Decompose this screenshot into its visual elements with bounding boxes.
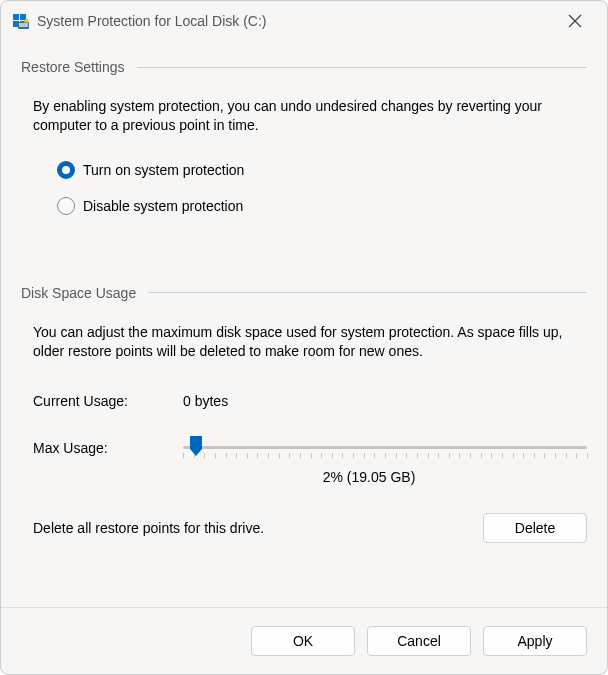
dialog-footer: OK Cancel Apply [1,607,607,674]
radio-unselected-icon [57,197,75,215]
restore-description: By enabling system protection, you can u… [21,97,587,135]
delete-row: Delete all restore points for this drive… [21,513,587,543]
current-usage-value: 0 bytes [183,393,228,409]
ok-button[interactable]: OK [251,626,355,656]
restore-section-header: Restore Settings [21,59,587,75]
divider [148,292,587,293]
restore-section-title: Restore Settings [21,59,125,75]
radio-turn-on[interactable]: Turn on system protection [57,161,587,179]
disk-section-title: Disk Space Usage [21,285,136,301]
delete-button[interactable]: Delete [483,513,587,543]
max-usage-slider[interactable] [183,433,587,463]
content-area: Restore Settings By enabling system prot… [1,41,607,607]
slider-track [183,446,587,449]
current-usage-label: Current Usage: [33,393,183,409]
max-usage-label: Max Usage: [33,440,183,456]
titlebar: System Protection for Local Disk (C:) [1,1,607,41]
disk-description: You can adjust the maximum disk space us… [21,323,587,361]
slider-ticks [183,453,587,461]
delete-description: Delete all restore points for this drive… [33,520,264,536]
slider-thumb[interactable] [189,435,203,457]
window-title: System Protection for Local Disk (C:) [37,13,547,29]
apply-button[interactable]: Apply [483,626,587,656]
close-icon [568,14,582,28]
svg-rect-0 [13,14,19,20]
disk-section-header: Disk Space Usage [21,285,587,301]
divider [137,67,588,68]
close-button[interactable] [555,6,595,36]
dialog-window: System Protection for Local Disk (C:) Re… [0,0,608,675]
system-icon [13,13,29,29]
radio-disable[interactable]: Disable system protection [57,197,587,215]
svg-point-6 [24,19,28,23]
protection-radio-group: Turn on system protection Disable system… [21,161,587,215]
radio-off-label: Disable system protection [83,198,243,214]
svg-rect-5 [19,23,28,27]
radio-selected-icon [57,161,75,179]
max-usage-row: Max Usage: [21,433,587,463]
slider-value-display: 2% (19.05 GB) [21,469,587,485]
current-usage-row: Current Usage: 0 bytes [21,393,587,409]
cancel-button[interactable]: Cancel [367,626,471,656]
radio-on-label: Turn on system protection [83,162,244,178]
